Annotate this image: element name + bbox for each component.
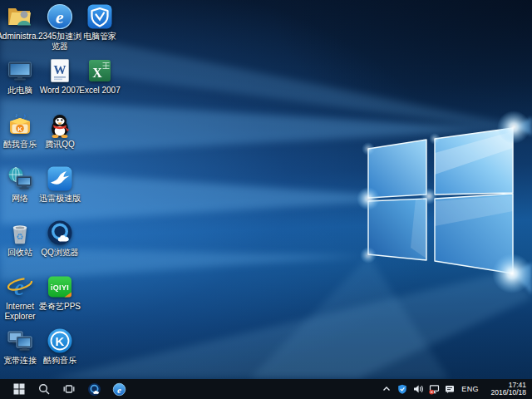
svg-text:♪: ♪ [15,112,18,118]
windows-logo-icon [13,383,25,395]
2345-browser-taskbar-icon: e [112,382,126,397]
windows-desktop: Administra... e 2345加速浏览器 电脑管家 [0,0,532,399]
desktop-icon-word-2007[interactable]: W Word 2007 [40,57,80,96]
start-button[interactable] [8,379,30,399]
this-pc-icon [6,57,34,85]
pc-manager-icon [86,2,114,31]
svg-text:e: e [56,7,64,27]
icon-label: 迅雷极速版 [37,194,83,204]
qq-browser-icon [46,219,74,247]
language-indicator[interactable]: ENG [460,385,480,393]
desktop-icon-this-pc[interactable]: 此电脑 [0,57,40,96]
tray-clock[interactable]: 17:41 2016/10/18 [485,382,528,397]
desktop-icon-kugou-music[interactable]: K 酷狗音乐 [40,327,80,366]
desktop-icon-kuwo-music[interactable]: ♪ ♪ K 酷我音乐 [0,111,40,150]
shield-icon [397,384,407,394]
icon-label: 腾讯QQ [37,140,83,150]
desktop-icon-internet-explorer[interactable]: e Internet Explorer [0,273,40,321]
tray-ime-notification[interactable] [444,383,456,395]
chevron-up-icon [382,384,392,394]
desktop-icon-qq-browser[interactable]: QQ浏览器 [40,219,80,258]
search-icon [38,383,50,395]
hidden-icons-chevron[interactable] [381,383,392,395]
desktop-icon-administrator[interactable]: Administra... [0,2,40,42]
kugou-music-icon: K [46,327,74,355]
taskbar: e [0,379,532,399]
icon-label: 电脑管家 [76,32,123,42]
svg-text:e: e [117,384,121,394]
tray-network-disconnected[interactable] [428,383,440,395]
xunlei-icon [46,165,74,193]
icon-label: Excel 2007 [76,86,123,96]
qq-browser-taskbar-icon [87,382,101,397]
search-button[interactable] [33,379,55,399]
desktop-icon-2345-browser[interactable]: e 2345加速浏览器 [40,2,80,51]
desktop-icon-broadband[interactable]: 宽带连接 [0,327,40,366]
desktop-icon-xunlei[interactable]: 迅雷极速版 [40,165,80,204]
tray-volume[interactable] [412,383,424,395]
internet-explorer-icon: e [6,273,34,301]
desktop-icon-grid: Administra... e 2345加速浏览器 电脑管家 [0,0,133,379]
svg-text:iQIYI: iQIYI [51,283,69,292]
svg-text:K: K [56,334,65,348]
user-folder-icon [6,2,34,31]
system-tray: ENG 17:41 2016/10/18 [381,382,528,397]
desktop-icon-network[interactable]: 网络 [0,165,40,204]
message-bubble-icon [445,384,455,394]
network-icon [6,165,34,193]
taskbar-buttons: e [8,379,130,399]
tray-pc-manager[interactable] [397,383,408,395]
2345-browser-icon: e [46,2,74,31]
icon-label: QQ浏览器 [37,248,83,258]
tencent-qq-icon [46,111,74,139]
svg-text:X: X [92,66,102,80]
task-view-icon [63,383,75,395]
kuwo-music-icon: ♪ ♪ K [6,111,34,139]
clock-date: 2016/10/18 [485,389,526,397]
svg-text:K: K [17,126,22,133]
desktop-icon-pc-manager[interactable]: 电脑管家 [80,2,120,42]
icon-label: 酷狗音乐 [37,356,83,366]
desktop-icon-tencent-qq[interactable]: 腾讯QQ [40,111,80,150]
desktop-icon-recycle-bin[interactable]: ♻ 回收站 [0,219,40,258]
word-2007-icon: W [46,57,74,85]
desktop-icon-iqiyi-pps[interactable]: iQIYI 爱奇艺PPS [40,273,80,312]
iqiyi-pps-icon: iQIYI [46,273,74,301]
svg-text:♻: ♻ [17,232,24,241]
recycle-bin-icon: ♻ [6,219,34,247]
excel-2007-icon: X [86,57,114,85]
network-disconnected-icon [429,384,440,395]
taskbar-qq-browser-button[interactable] [83,379,105,399]
icon-label: 爱奇艺PPS [37,302,83,312]
desktop-icon-excel-2007[interactable]: X Excel 2007 [80,57,120,96]
taskbar-2345-browser-button[interactable]: e [108,379,130,399]
broadband-icon [6,327,34,355]
speaker-icon [413,384,424,394]
task-view-button[interactable] [58,379,80,399]
svg-text:W: W [54,63,66,76]
